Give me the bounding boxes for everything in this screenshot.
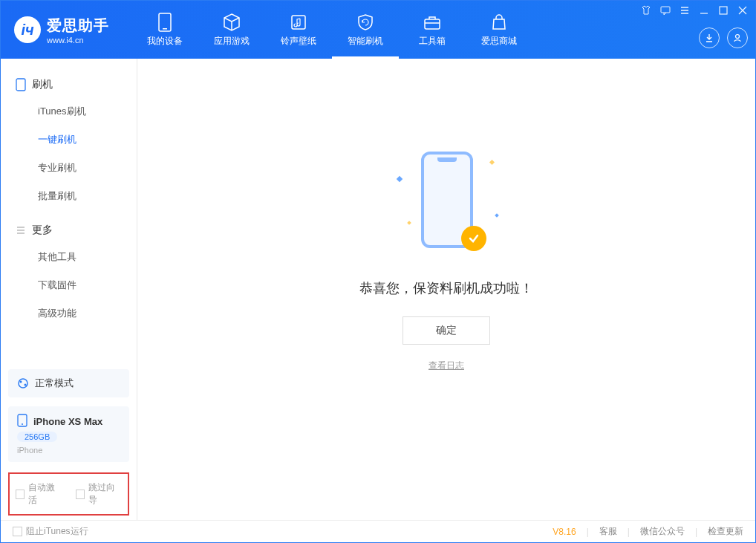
check-badge-icon	[461, 226, 486, 251]
download-button[interactable]	[699, 27, 720, 48]
mode-icon	[17, 377, 29, 389]
svg-point-9	[20, 381, 22, 383]
sidebar: 刷机 iTunes刷机 一键刷机 专业刷机 批量刷机 更多 其他工具 下载固件 …	[1, 59, 137, 520]
menu-icon[interactable]	[680, 5, 690, 16]
window-controls	[641, 5, 748, 16]
options-highlight-box: 自动激活 跳过向导	[8, 472, 129, 516]
phone-icon	[16, 78, 26, 91]
svg-point-12	[22, 423, 23, 425]
sidebar-item-itunes-flash[interactable]: iTunes刷机	[1, 97, 137, 126]
success-illustration	[411, 147, 482, 259]
toolbox-icon	[423, 13, 442, 32]
tab-my-device[interactable]: 我的设备	[131, 1, 198, 59]
maximize-icon[interactable]	[718, 5, 729, 16]
app-title: 爱思助手	[47, 16, 109, 36]
checkbox-skip-guide[interactable]: 跳过向导	[76, 481, 123, 507]
svg-point-8	[19, 379, 27, 388]
storage-badge: 256GB	[17, 432, 57, 442]
support-link[interactable]: 客服	[599, 525, 617, 538]
refresh-shield-icon	[356, 13, 375, 32]
wechat-link[interactable]: 微信公众号	[640, 525, 685, 538]
tab-toolbox[interactable]: 工具箱	[399, 1, 466, 59]
checkbox-icon	[13, 527, 22, 536]
version-label: V8.16	[553, 527, 576, 537]
device-name: iPhone XS Max	[33, 416, 102, 427]
device-type: iPhone	[17, 446, 120, 455]
music-note-icon	[289, 13, 308, 32]
status-bar: 阻止iTunes运行 V8.16 | 客服 | 微信公众号 | 检查更新	[1, 520, 755, 542]
sidebar-item-advanced[interactable]: 高级功能	[1, 299, 137, 328]
tab-smart-flash[interactable]: 智能刷机	[332, 1, 399, 59]
sidebar-item-pro-flash[interactable]: 专业刷机	[1, 154, 137, 182]
svg-point-10	[25, 384, 27, 386]
device-box[interactable]: iPhone XS Max 256GB iPhone	[8, 406, 129, 462]
tab-apps-games[interactable]: 应用游戏	[198, 1, 265, 59]
device-icon	[155, 13, 175, 32]
minimize-icon[interactable]	[699, 5, 709, 16]
svg-rect-5	[720, 7, 727, 14]
success-message: 恭喜您，保资料刷机成功啦！	[359, 279, 533, 297]
svg-rect-3	[425, 19, 440, 29]
cube-icon	[222, 13, 241, 32]
sidebar-item-other-tools[interactable]: 其他工具	[1, 243, 137, 271]
sidebar-item-download-firmware[interactable]: 下载固件	[1, 271, 137, 299]
logo-icon: iч	[14, 16, 41, 43]
main-tabs: 我的设备 应用游戏 铃声壁纸 智能刷机 工具箱 爱思商城	[131, 1, 532, 59]
content-area: 恭喜您，保资料刷机成功啦！ 确定 查看日志	[137, 59, 755, 520]
checkbox-auto-activate[interactable]: 自动激活	[16, 481, 62, 507]
mode-box: 正常模式	[8, 369, 129, 397]
tab-store[interactable]: 爱思商城	[466, 1, 532, 59]
logo: iч 爱思助手 www.i4.cn	[1, 16, 123, 45]
svg-point-6	[736, 35, 740, 39]
sidebar-item-batch-flash[interactable]: 批量刷机	[1, 182, 137, 210]
tshirt-icon[interactable]	[641, 5, 651, 16]
svg-rect-1	[163, 28, 167, 30]
checkbox-block-itunes[interactable]: 阻止iTunes运行	[13, 525, 88, 538]
device-phone-icon	[17, 414, 27, 427]
close-icon[interactable]	[737, 5, 748, 16]
sidebar-section-flash: 刷机	[1, 72, 137, 97]
view-log-link[interactable]: 查看日志	[428, 360, 464, 372]
app-header: iч 爱思助手 www.i4.cn 我的设备 应用游戏 铃声壁纸 智能刷机 工具…	[1, 1, 755, 59]
checkbox-icon	[76, 490, 85, 499]
app-url: www.i4.cn	[47, 36, 109, 45]
update-link[interactable]: 检查更新	[708, 525, 743, 538]
device-mode: 正常模式	[35, 377, 74, 390]
user-button[interactable]	[727, 27, 748, 48]
svg-rect-2	[292, 16, 305, 29]
sidebar-section-more: 更多	[1, 218, 137, 243]
list-icon	[16, 225, 26, 235]
bag-icon	[489, 13, 509, 32]
svg-rect-7	[16, 79, 25, 91]
tab-ringtone-wallpaper[interactable]: 铃声壁纸	[265, 1, 332, 59]
sidebar-item-oneclick-flash[interactable]: 一键刷机	[1, 126, 137, 154]
svg-rect-4	[661, 7, 670, 13]
feedback-icon[interactable]	[660, 5, 671, 16]
confirm-button[interactable]: 确定	[403, 316, 490, 345]
checkbox-icon	[16, 490, 25, 499]
